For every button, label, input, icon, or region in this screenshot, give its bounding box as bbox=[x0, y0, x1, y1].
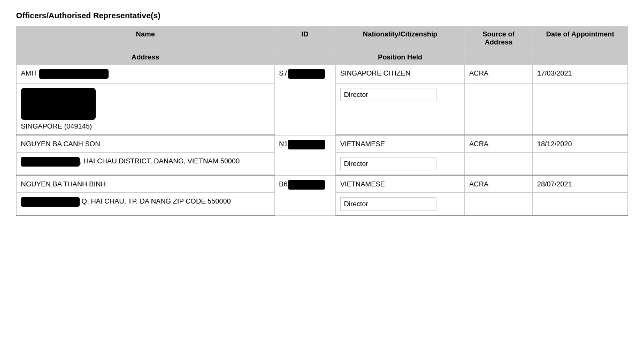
officer-address-3: Q. HAI CHAU, TP. DA NANG ZIP CODE 550000 bbox=[17, 193, 275, 216]
officer-source-1: ACRA bbox=[465, 65, 533, 84]
officer-address-1: SINGAPORE (049145) bbox=[17, 84, 275, 136]
col-subheader-id-empty bbox=[274, 50, 335, 65]
col-header-source: Source of Address bbox=[465, 27, 533, 50]
col-subheader-address: Address bbox=[17, 50, 275, 65]
source-empty-2 bbox=[465, 153, 533, 176]
officer-name-2: NGUYEN BA CANH SON bbox=[17, 135, 275, 153]
col-subheader-position: Position Held bbox=[335, 50, 464, 65]
date-empty-1 bbox=[533, 84, 628, 136]
officer-address-suffix-3: Q. HAI CHAU, TP. DA NANG ZIP CODE 550000 bbox=[80, 197, 231, 205]
source-empty-3 bbox=[465, 193, 533, 216]
date-empty-3 bbox=[533, 193, 628, 216]
col-subheader-date-empty bbox=[533, 50, 628, 65]
officer-address-suffix-2: , HAI CHAU DISTRICT, DANANG, VIETNAM 500… bbox=[80, 157, 240, 165]
col-header-name: Name bbox=[17, 27, 275, 50]
officer-nationality-2: VIETNAMESE bbox=[335, 135, 464, 153]
table-header-row: Name ID Nationality/Citizenship Source o… bbox=[17, 27, 628, 50]
position-box-2: Director bbox=[340, 157, 436, 170]
officer-date-2: 18/12/2020 bbox=[533, 135, 628, 153]
table-row: NGUYEN BA THANH BINH B6 VIETNAMESE ACRA … bbox=[17, 175, 628, 193]
officer-position-2: Director bbox=[335, 153, 464, 176]
id-prefix-2: N1 bbox=[279, 140, 288, 148]
table-subheader-row: Address Position Held bbox=[17, 50, 628, 65]
officer-position-1: Director bbox=[335, 84, 464, 136]
source-empty-1 bbox=[465, 84, 533, 136]
col-header-date: Date of Appointment bbox=[533, 27, 628, 50]
redacted-name-1 bbox=[39, 69, 109, 79]
officer-id-2: N1 bbox=[274, 135, 335, 175]
id-prefix-1: S7 bbox=[279, 69, 288, 77]
date-empty-2 bbox=[533, 153, 628, 176]
id-prefix-3: B6 bbox=[279, 180, 288, 188]
officer-date-3: 28/07/2021 bbox=[533, 175, 628, 193]
col-subheader-source-empty bbox=[465, 50, 533, 65]
officer-id-1: S7 bbox=[274, 65, 335, 136]
section-title: Officers/Authorised Representative(s) bbox=[16, 11, 628, 20]
redacted-id-2 bbox=[288, 140, 325, 149]
redacted-id-1 bbox=[288, 69, 325, 79]
officers-table: Name ID Nationality/Citizenship Source o… bbox=[16, 26, 628, 216]
officer-source-2: ACRA bbox=[465, 135, 533, 153]
redacted-id-3 bbox=[288, 180, 325, 190]
officer-source-3: ACRA bbox=[465, 175, 533, 193]
officer-name-3: NGUYEN BA THANH BINH bbox=[17, 175, 275, 193]
redacted-address-block-1 bbox=[21, 88, 96, 120]
col-header-nationality: Nationality/Citizenship bbox=[335, 27, 464, 50]
officer-name-1: AMIT bbox=[17, 65, 275, 84]
col-header-id: ID bbox=[274, 27, 335, 50]
redacted-address-block-2 bbox=[21, 157, 80, 167]
officer-position-3: Director bbox=[335, 193, 464, 216]
officer-id-3: B6 bbox=[274, 175, 335, 215]
position-box-1: Director bbox=[340, 88, 436, 101]
officer-nationality-3: VIETNAMESE bbox=[335, 175, 464, 193]
officer-date-1: 17/03/2021 bbox=[533, 65, 628, 84]
redacted-address-block-3 bbox=[21, 197, 80, 207]
position-box-3: Director bbox=[340, 197, 436, 210]
officer-address-suffix-1: SINGAPORE (049145) bbox=[21, 122, 92, 130]
officer-nationality-1: SINGAPORE CITIZEN bbox=[335, 65, 464, 84]
table-row: AMIT S7 SINGAPORE CITIZEN ACRA 17/03/202… bbox=[17, 65, 628, 84]
officer-address-2: , HAI CHAU DISTRICT, DANANG, VIETNAM 500… bbox=[17, 153, 275, 176]
table-row: NGUYEN BA CANH SON N1 VIETNAMESE ACRA 18… bbox=[17, 135, 628, 153]
